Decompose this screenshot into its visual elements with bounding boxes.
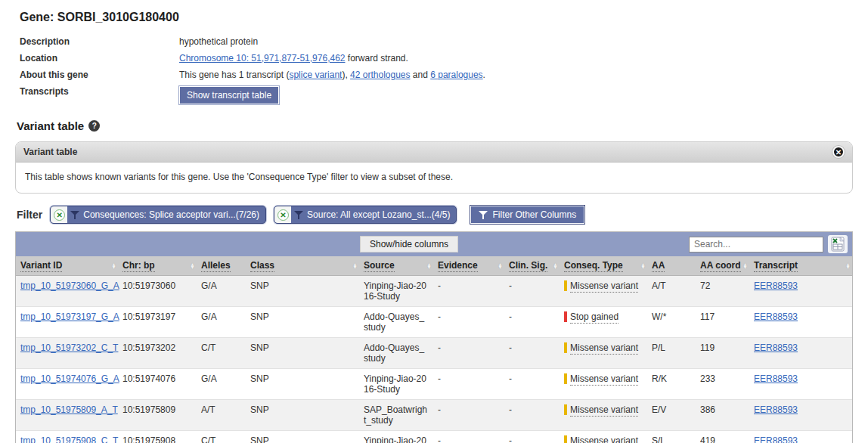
column-header-alleles[interactable]: Alleles <box>197 256 246 276</box>
location-link[interactable]: Chromosome 10: 51,971,877-51,976,462 <box>179 53 346 64</box>
variant-id-link[interactable]: tmp_10_51973060_G_A <box>20 280 119 291</box>
column-header-aa-coord[interactable]: AA coord▲▼ <box>696 256 749 276</box>
sort-icon[interactable]: ▲▼ <box>553 262 558 269</box>
evidence-cell: - <box>433 400 504 431</box>
transcript-cell: EER88593 <box>749 338 852 369</box>
transcript-cell: EER88593 <box>749 369 852 400</box>
remove-filter-icon[interactable]: ✕ <box>54 209 65 221</box>
consequence-color-bar <box>564 280 567 291</box>
clin-sig-cell: - <box>504 307 560 338</box>
alleles-cell: G/A <box>197 276 246 307</box>
evidence-cell: - <box>433 338 504 369</box>
alleles-cell: C/T <box>197 338 246 369</box>
transcript-link[interactable]: EER88593 <box>754 373 798 384</box>
about-label: About this gene <box>20 68 179 80</box>
filter-chip-label: Source: All except Lozano_st...(4/5) <box>307 206 456 223</box>
source-cell: Addo-Quayes_study <box>359 307 433 338</box>
chr-bp-cell: 10:51973202 <box>118 338 197 369</box>
conseq-type-cell: Missense variant <box>560 400 647 431</box>
sort-icon[interactable]: ▲▼ <box>640 262 646 269</box>
variant-table-heading-text: Variant table <box>17 119 84 132</box>
source-cell: Yinping-Jiao-2016-Study <box>359 369 433 400</box>
column-header-chr-bp[interactable]: Chr: bp▲▼ <box>118 256 197 276</box>
variant-id-link[interactable]: tmp_10_51975809_A_T <box>20 404 118 415</box>
transcript-link[interactable]: EER88593 <box>754 342 798 353</box>
aa-cell: A/T <box>647 276 696 307</box>
show-hide-columns-button[interactable]: Show/hide columns <box>360 236 458 252</box>
header-row: Variant ID▲▼ Chr: bp▲▼ Alleles Class▲▼ S… <box>16 256 852 276</box>
consequence-color-bar <box>564 404 567 415</box>
page-title: Gene: SORBI_3010G180400 <box>20 11 853 24</box>
sort-icon[interactable]: ▲▼ <box>426 262 432 269</box>
variant-table-container: Show/hide columns <box>15 231 853 443</box>
transcript-link[interactable]: EER88593 <box>754 280 798 291</box>
aa-coord-cell: 233 <box>696 369 749 400</box>
aa-cell: W/* <box>647 307 696 338</box>
show-transcript-table-button[interactable]: Show transcript table <box>179 86 279 104</box>
filter-chip-consequences[interactable]: ✕ Consequences: Splice acceptor vari...(… <box>50 206 266 224</box>
variant-id-cell: tmp_10_51973197_G_A <box>16 307 118 338</box>
splice-variant-link[interactable]: splice variant <box>289 70 342 80</box>
evidence-cell: - <box>433 276 504 307</box>
gene-page: Gene: SORBI_3010G180400 Description hypo… <box>0 0 868 443</box>
variant-id-link[interactable]: tmp_10_51973197_G_A <box>20 311 119 322</box>
sort-icon[interactable]: ▲▼ <box>742 262 748 269</box>
filter-other-columns-button[interactable]: Filter Other Columns <box>470 206 584 224</box>
transcript-link[interactable]: EER88593 <box>754 435 798 443</box>
table-row: tmp_10_51975809_A_T10:51975809A/TSNPSAP_… <box>16 400 852 431</box>
sort-icon[interactable]: ▲▼ <box>498 262 503 269</box>
sort-icon[interactable]: ▲▼ <box>190 262 195 269</box>
transcript-link[interactable]: EER88593 <box>754 311 798 322</box>
consequence-label: Missense variant <box>570 280 638 293</box>
chr-bp-cell: 10:51974076 <box>118 369 197 400</box>
export-spreadsheet-icon[interactable] <box>828 235 848 253</box>
column-header-conseq-type[interactable]: Conseq. Type▲▼ <box>560 256 647 276</box>
consequence-color-bar <box>564 373 567 384</box>
sort-icon[interactable]: ▲▼ <box>845 262 851 269</box>
consequence-label: Missense variant <box>570 435 638 443</box>
transcript-link[interactable]: EER88593 <box>754 404 798 415</box>
variant-id-cell: tmp_10_51975908_C_T <box>16 431 118 443</box>
filter-chip-label: Consequences: Splice acceptor vari...(7/… <box>83 206 265 223</box>
variant-id-link[interactable]: tmp_10_51973202_C_T <box>20 342 118 353</box>
funnel-icon <box>479 211 488 219</box>
column-header-variant-id[interactable]: Variant ID▲▼ <box>16 256 118 276</box>
remove-filter-icon[interactable]: ✕ <box>277 209 289 221</box>
variant-id-link[interactable]: tmp_10_51975908_C_T <box>20 435 118 443</box>
source-cell: Addo-Quayes_study <box>359 338 433 369</box>
class-cell: SNP <box>246 307 359 338</box>
consequence-color-bar <box>564 435 567 443</box>
class-cell: SNP <box>246 338 359 369</box>
consequence-label: Missense variant <box>570 373 638 386</box>
alleles-cell: G/A <box>197 369 246 400</box>
column-header-aa[interactable]: AA <box>647 256 696 276</box>
variant-id-link[interactable]: tmp_10_51974076_G_A <box>20 373 119 384</box>
paralogues-link[interactable]: 6 paralogues <box>430 70 482 80</box>
consequence-label: Stop gained <box>570 311 618 324</box>
filter-other-columns-label: Filter Other Columns <box>492 209 576 220</box>
filter-row: Filter ✕ Consequences: Splice acceptor v… <box>17 206 853 224</box>
source-cell: SAP_Boatwright_study <box>359 400 433 431</box>
column-header-class[interactable]: Class▲▼ <box>246 256 359 276</box>
conseq-type-cell: Missense variant <box>560 369 647 400</box>
clin-sig-cell: - <box>504 369 560 400</box>
column-header-evidence[interactable]: Evidence▲▼ <box>433 256 504 276</box>
close-icon[interactable]: ✕ <box>832 146 845 158</box>
sort-icon[interactable]: ▲▼ <box>111 262 116 269</box>
transcript-cell: EER88593 <box>749 431 852 443</box>
column-header-source[interactable]: Source▲▼ <box>359 256 433 276</box>
evidence-cell: - <box>433 307 504 338</box>
panel-description: This table shows known variants for this… <box>16 163 852 193</box>
help-icon[interactable]: ? <box>88 120 100 132</box>
orthologues-link[interactable]: 42 orthologues <box>350 70 410 80</box>
variant-id-cell: tmp_10_51973060_G_A <box>16 276 118 307</box>
conseq-type-cell: Missense variant <box>560 431 647 443</box>
search-input[interactable] <box>689 237 823 252</box>
clin-sig-cell: - <box>504 276 560 307</box>
class-cell: SNP <box>246 400 359 431</box>
description-row: Description hypothetical protein <box>20 35 853 47</box>
column-header-transcript[interactable]: Transcript▲▼ <box>749 256 852 276</box>
sort-icon[interactable]: ▲▼ <box>352 262 358 269</box>
filter-chip-source[interactable]: ✕ Source: All except Lozano_st...(4/5) <box>274 206 457 224</box>
column-header-clin-sig[interactable]: Clin. Sig.▲▼ <box>504 256 560 276</box>
